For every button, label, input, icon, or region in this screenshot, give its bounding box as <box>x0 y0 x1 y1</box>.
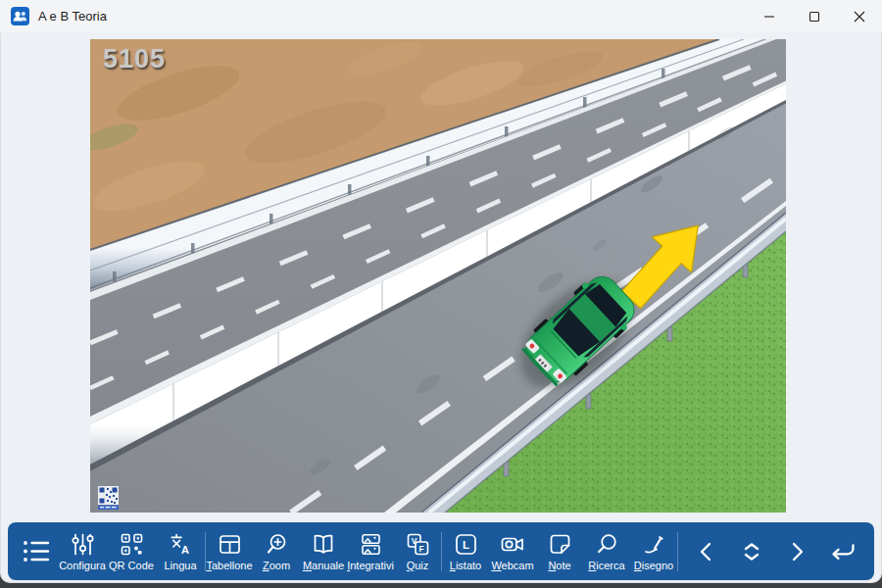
toolbar-item-configura[interactable]: Configura <box>58 522 107 580</box>
note-page-icon <box>548 532 572 557</box>
toolbar-item-qr-code[interactable]: QR Code <box>107 522 156 580</box>
qr-code-watermark <box>98 486 120 511</box>
maximize-icon <box>808 11 820 23</box>
toolbar-label: Webcam <box>491 561 533 571</box>
toolbar-label: Lingua <box>164 561 196 571</box>
toolbar-label: Manuale <box>303 561 344 571</box>
next-button[interactable] <box>774 522 819 580</box>
toolbar-label: Zoom <box>263 561 290 571</box>
scene-highway <box>90 39 786 513</box>
toolbar-label: Ricerca <box>588 561 624 571</box>
open-book-icon <box>311 532 336 557</box>
toolbar-label: Disegno <box>634 561 673 571</box>
app-window: A e B Teoria <box>0 0 882 583</box>
close-icon <box>854 11 865 23</box>
title-bar: A e B Teoria <box>0 0 882 32</box>
people-icon <box>11 7 29 25</box>
toolbar-separator <box>677 532 678 571</box>
video-camera-icon <box>500 532 525 557</box>
toolbar-item-zoom[interactable]: Zoom <box>253 522 300 580</box>
images-stack-icon <box>359 532 383 557</box>
qr-code-icon <box>120 532 144 557</box>
window-controls <box>747 0 882 32</box>
close-button[interactable] <box>837 0 882 32</box>
pen-draw-icon <box>642 532 666 557</box>
quiz-false-letter: F <box>418 544 423 554</box>
toolbar-item-webcam[interactable]: Webcam <box>489 522 536 580</box>
toolbar-label: Configura <box>59 561 106 571</box>
board-grid-icon <box>218 532 242 557</box>
toolbar-item-disegno[interactable]: Disegno <box>630 522 677 580</box>
navigation-group <box>684 522 864 580</box>
chevron-left-icon <box>692 537 721 566</box>
list-menu-icon <box>22 538 51 564</box>
zoom-in-icon <box>265 532 289 557</box>
toolbar-item-lingua[interactable]: A Lingua <box>156 522 205 580</box>
return-arrow-icon <box>825 537 858 566</box>
main-toolbar: Configura QR Code A Lingua <box>8 522 874 580</box>
photo-number: 5105 <box>103 44 166 74</box>
true-false-icon: V F <box>406 532 430 557</box>
listato-letter: L <box>462 539 468 551</box>
toolbar-item-integrativi[interactable]: Integrativi <box>347 522 394 580</box>
search-icon <box>595 532 619 557</box>
toolbar-item-note[interactable]: Note <box>536 522 583 580</box>
toolbar-label: Quiz <box>407 561 429 571</box>
minimize-icon <box>763 11 775 23</box>
question-image: 5105 <box>90 39 786 513</box>
toolbar-item-manuale[interactable]: Manuale <box>300 522 347 580</box>
toolbar-label: Tabellone <box>206 561 252 571</box>
lingua-letter: A <box>181 544 189 556</box>
sliders-icon <box>71 532 95 557</box>
toolbar-label: Note <box>548 561 570 571</box>
jump-button[interactable] <box>729 522 774 580</box>
toolbar-label: QR Code <box>109 561 154 571</box>
toolbar-item-tabellone[interactable]: Tabellone <box>206 522 253 580</box>
toolbar-item-quiz[interactable]: V F Quiz <box>394 522 441 580</box>
chevrons-up-down-icon <box>737 537 766 566</box>
toolbar-label: Integrativi <box>347 561 394 571</box>
window-title: A e B Teoria <box>38 9 107 24</box>
toolbar-item-listato[interactable]: L Listato <box>442 522 489 580</box>
chevron-right-icon <box>782 537 811 566</box>
previous-button[interactable] <box>684 522 729 580</box>
minimize-button[interactable] <box>747 0 792 32</box>
return-button[interactable] <box>819 522 864 580</box>
maximize-button[interactable] <box>792 0 837 32</box>
toolbar-item-ricerca[interactable]: Ricerca <box>583 522 630 580</box>
letter-l-square-icon: L <box>454 532 478 557</box>
toolbar-label: Listato <box>450 561 481 571</box>
menu-button[interactable] <box>15 522 58 580</box>
translate-icon: A <box>169 532 193 557</box>
